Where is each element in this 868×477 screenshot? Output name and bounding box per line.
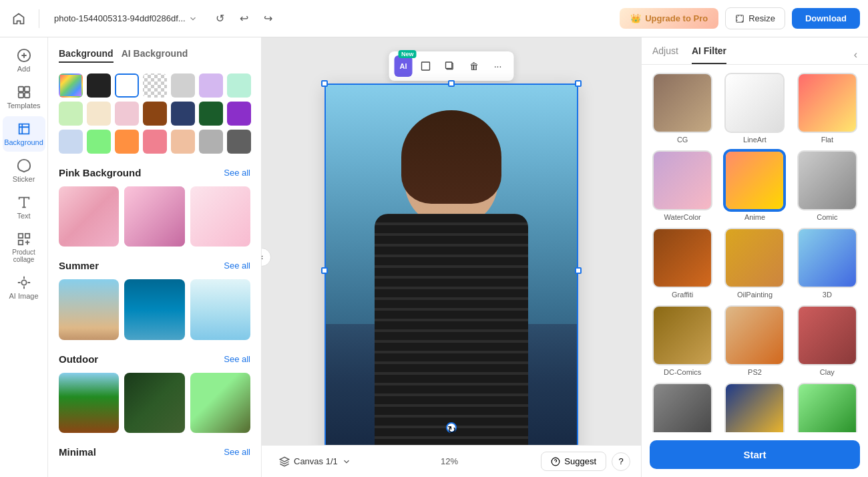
bg-thumb-summer3[interactable] bbox=[190, 279, 250, 339]
refresh-btn[interactable]: ↺ bbox=[210, 8, 231, 29]
canvas-duplicate-btn[interactable] bbox=[439, 55, 461, 77]
swatch-green-light[interactable] bbox=[59, 102, 83, 126]
filter-thumb-anime[interactable] bbox=[724, 150, 785, 210]
filter-thumb-ghibli[interactable] bbox=[797, 383, 857, 432]
filter-ghibli[interactable]: Ghibli bbox=[795, 383, 860, 432]
swatch-gray-light[interactable] bbox=[171, 73, 195, 98]
handle-ml[interactable] bbox=[321, 267, 328, 274]
swatch-white[interactable] bbox=[115, 73, 139, 98]
filter-3d[interactable]: 3D bbox=[795, 228, 860, 299]
canvas-more-btn[interactable]: ··· bbox=[487, 55, 509, 77]
see-all-outdoor[interactable]: See all bbox=[224, 354, 250, 364]
suggest-btn[interactable]: Suggest bbox=[541, 452, 606, 471]
swatch-cream[interactable] bbox=[87, 102, 111, 126]
filter-thumb-clay[interactable] bbox=[797, 305, 857, 365]
layer-selector[interactable]: Canvas 1/1 bbox=[272, 454, 358, 470]
filename-display[interactable]: photo-1544005313-94ddf0286df... bbox=[49, 11, 203, 26]
bg-thumb-pink1[interactable] bbox=[59, 186, 119, 247]
filter-thumb-dccomics[interactable] bbox=[652, 305, 712, 365]
filter-lineart[interactable]: LineArt bbox=[722, 73, 787, 144]
filter-clay[interactable]: Clay bbox=[795, 305, 860, 376]
filter-thumb-oilpainting[interactable] bbox=[724, 228, 785, 288]
help-btn[interactable]: ? bbox=[612, 452, 630, 471]
bg-thumb-outdoor1[interactable] bbox=[59, 373, 119, 433]
see-all-summer[interactable]: See all bbox=[224, 261, 250, 271]
undo-btn[interactable]: ↩ bbox=[234, 8, 255, 29]
bg-thumb-outdoor3[interactable] bbox=[190, 373, 250, 433]
nav-sticker[interactable]: Sticker bbox=[3, 153, 45, 188]
filter-vangogh[interactable]: VanGogh bbox=[722, 383, 787, 432]
handle-tl[interactable] bbox=[321, 80, 328, 87]
swatch-blue-pale[interactable] bbox=[59, 130, 83, 154]
tab-ai-filter[interactable]: AI Filter bbox=[692, 45, 726, 64]
swatch-green-bright[interactable] bbox=[87, 130, 111, 154]
handle-tm[interactable] bbox=[448, 80, 455, 87]
swatch-navy[interactable] bbox=[171, 102, 195, 126]
swatch-purple[interactable] bbox=[227, 102, 251, 126]
handle-mr[interactable] bbox=[575, 267, 582, 274]
see-all-minimal[interactable]: See all bbox=[224, 447, 250, 457]
start-btn[interactable]: Start bbox=[650, 440, 860, 469]
filter-thumb-graffiti[interactable] bbox=[652, 228, 712, 288]
filter-sketch[interactable]: Sketch bbox=[650, 383, 715, 432]
filter-anime[interactable]: Anime bbox=[722, 150, 787, 221]
bg-thumb-summer1[interactable] bbox=[59, 279, 119, 339]
filter-thumb-lineart[interactable] bbox=[724, 73, 785, 133]
tab-background[interactable]: Background bbox=[59, 48, 114, 63]
upgrade-btn[interactable]: 👑 Upgrade to Pro bbox=[620, 8, 718, 29]
right-panel-collapse[interactable]: ‹ bbox=[854, 45, 857, 64]
filter-ps2[interactable]: PS2 bbox=[722, 305, 787, 376]
nav-text[interactable]: Text bbox=[3, 190, 45, 225]
filter-thumb-ps2[interactable] bbox=[724, 305, 785, 365]
filter-thumb-3d[interactable] bbox=[797, 228, 857, 288]
swatch-pink-light[interactable] bbox=[115, 102, 139, 126]
filter-graffiti[interactable]: Graffiti bbox=[650, 228, 715, 299]
swatch-brown[interactable] bbox=[143, 102, 167, 126]
swatch-rainbow[interactable] bbox=[59, 73, 83, 98]
filter-cg[interactable]: CG bbox=[650, 73, 715, 144]
handle-tr[interactable] bbox=[575, 80, 582, 87]
bg-thumb-pink2[interactable] bbox=[124, 186, 184, 247]
swatch-transparent[interactable] bbox=[143, 73, 167, 98]
swatch-orange[interactable] bbox=[115, 130, 139, 154]
filter-thumb-sketch[interactable] bbox=[652, 383, 712, 432]
swatch-black[interactable] bbox=[87, 73, 111, 98]
canvas-crop-btn[interactable] bbox=[415, 55, 437, 77]
swatch-peach[interactable] bbox=[171, 130, 195, 154]
nav-templates[interactable]: Templates bbox=[3, 80, 45, 115]
filter-dccomics[interactable]: DC-Comics bbox=[650, 305, 715, 376]
redo-btn[interactable]: ↪ bbox=[258, 8, 279, 29]
swatch-mint[interactable] bbox=[227, 73, 251, 98]
filter-thumb-flat[interactable] bbox=[797, 73, 857, 133]
filter-watercolor[interactable]: WaterColor bbox=[650, 150, 715, 221]
nav-add[interactable]: Add bbox=[3, 43, 45, 78]
see-all-pink[interactable]: See all bbox=[224, 168, 250, 178]
filter-thumb-comic[interactable] bbox=[797, 150, 857, 210]
bg-thumb-pink3[interactable] bbox=[190, 186, 250, 247]
swatch-dark-green[interactable] bbox=[199, 102, 223, 126]
tab-ai-background[interactable]: AI Background bbox=[122, 48, 188, 63]
filter-thumb-cg[interactable] bbox=[652, 73, 712, 133]
filter-thumb-vangogh[interactable] bbox=[724, 383, 785, 432]
swatch-gray-medium[interactable] bbox=[199, 130, 223, 154]
bg-thumb-summer2[interactable] bbox=[124, 279, 184, 339]
rotate-handle[interactable]: ↻ bbox=[446, 422, 457, 433]
swatch-gray-dark[interactable] bbox=[227, 130, 251, 154]
bg-thumb-outdoor2[interactable] bbox=[124, 373, 184, 433]
filter-comic[interactable]: Comic bbox=[795, 150, 860, 221]
filter-flat[interactable]: Flat bbox=[795, 73, 860, 144]
nav-background[interactable]: Background bbox=[3, 116, 45, 152]
ai-toolbar-btn[interactable]: New AI bbox=[395, 55, 413, 77]
resize-btn[interactable]: Resize bbox=[725, 7, 785, 29]
nav-product[interactable]: Product collage bbox=[3, 226, 45, 269]
home-icon[interactable] bbox=[8, 8, 29, 29]
swatch-pink-medium[interactable] bbox=[143, 130, 167, 154]
download-btn[interactable]: Download bbox=[792, 8, 860, 29]
collapse-panel-btn[interactable]: ‹ bbox=[262, 248, 271, 267]
swatch-purple-light[interactable] bbox=[199, 73, 223, 98]
tab-adjust[interactable]: Adjust bbox=[652, 45, 678, 64]
nav-ai-image[interactable]: AI Image bbox=[3, 270, 45, 305]
filter-thumb-watercolor[interactable] bbox=[652, 150, 712, 210]
canvas-delete-btn[interactable]: 🗑 bbox=[463, 55, 485, 77]
filter-oilpainting[interactable]: OilPainting bbox=[722, 228, 787, 299]
